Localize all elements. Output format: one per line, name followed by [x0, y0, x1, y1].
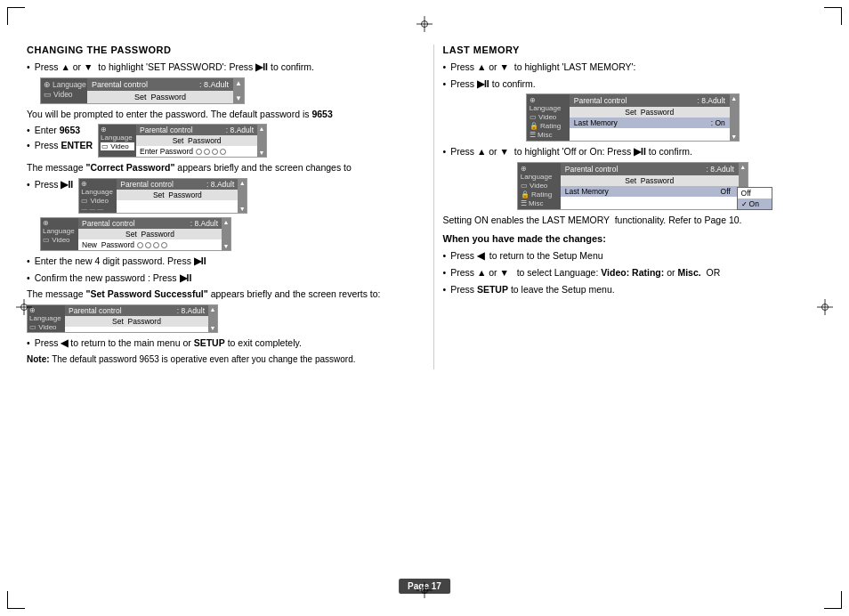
left-menu-3: ⊕ Language ▭ Video — — — Parental contro… — [78, 178, 247, 214]
crosshair-bottom — [416, 582, 433, 600]
corner-mark-tr — [824, 7, 842, 25]
crosshair-top — [416, 16, 433, 34]
corner-mark-br — [824, 591, 842, 609]
left-bullet-1: Press ▲ or ▼ to highlight 'SET PASSWORD'… — [27, 61, 407, 74]
crosshair-left — [16, 299, 32, 317]
menu1-video-icon: ▭Video — [44, 90, 85, 99]
right-para1: Setting ON enables the LAST MEMORY funct… — [443, 214, 823, 227]
right-title: LAST MEMORY — [443, 45, 823, 55]
para1: You will be prompted to enter the passwo… — [27, 108, 407, 121]
right-menu-2: ⊕ Language ▭ Video 🔒 Rating ☰ Misc Paren… — [443, 162, 823, 210]
bullet-back: Press ◀ to return to the main menu or SE… — [27, 336, 407, 350]
left-menu-2: ⊕ Language ▭ Video Parental control: 8.A… — [98, 124, 267, 158]
crosshair-right — [817, 299, 833, 317]
left-column: CHANGING THE PASSWORD Press ▲ or ▼ to hi… — [27, 45, 416, 369]
menu1-lang-icon: ⊕Language — [44, 80, 85, 89]
right-menu-1: ⊕ Language ▭ Video 🔒 Rating ☰ Misc Paren… — [443, 93, 823, 142]
para3: The message "Set Password Successful" ap… — [27, 288, 407, 301]
bullet-new2: Confirm the new password : Press ▶II — [27, 272, 407, 285]
press-play-section: Press ▶II ⊕ Language ▭ Video — — — Paren… — [27, 178, 407, 214]
note: Note: The default password 9653 is opera… — [27, 353, 407, 366]
right-column: LAST MEMORY Press ▲ or ▼ to highlight 'L… — [433, 45, 823, 369]
left-title: CHANGING THE PASSWORD — [27, 45, 407, 55]
right-bullet-2: Press ▶II to confirm. — [443, 77, 823, 91]
right-bullet-select: Press ▲ or ▼ to select Language: Video: … — [443, 266, 823, 280]
left-menu-4: ⊕ Language ▭ Video Parental control: 8.A… — [40, 217, 407, 251]
corner-mark-tl — [7, 7, 25, 25]
right-bullet-1: Press ▲ or ▼ to highlight 'LAST MEMORY': — [443, 61, 823, 74]
left-menu-5: ⊕ Language ▭ Video Parental control: 8.A… — [27, 304, 407, 333]
corner-mark-bl — [7, 591, 25, 609]
para2: The message "Correct Password" appears b… — [27, 161, 407, 174]
enter-section: Enter 9653 Press ENTER ⊕ Language ▭ Vide… — [27, 124, 407, 158]
right-bullet-back: Press ◀ to return to the Setup Menu — [443, 249, 823, 263]
when-changes: When you have made the changes: — [443, 232, 823, 246]
right-bullet-3: Press ▲ or ▼ to highlight 'Off or On: Pr… — [443, 145, 823, 158]
page-container: CHANGING THE PASSWORD Press ▲ or ▼ to hi… — [0, 0, 849, 616]
right-bullet-setup: Press SETUP to leave the Setup menu. — [443, 283, 823, 296]
left-menu-1: ⊕Language ▭Video Parental control : 8.Ad… — [40, 77, 407, 104]
bullet-new1: Enter the new 4 digit password. Press ▶I… — [27, 255, 407, 268]
